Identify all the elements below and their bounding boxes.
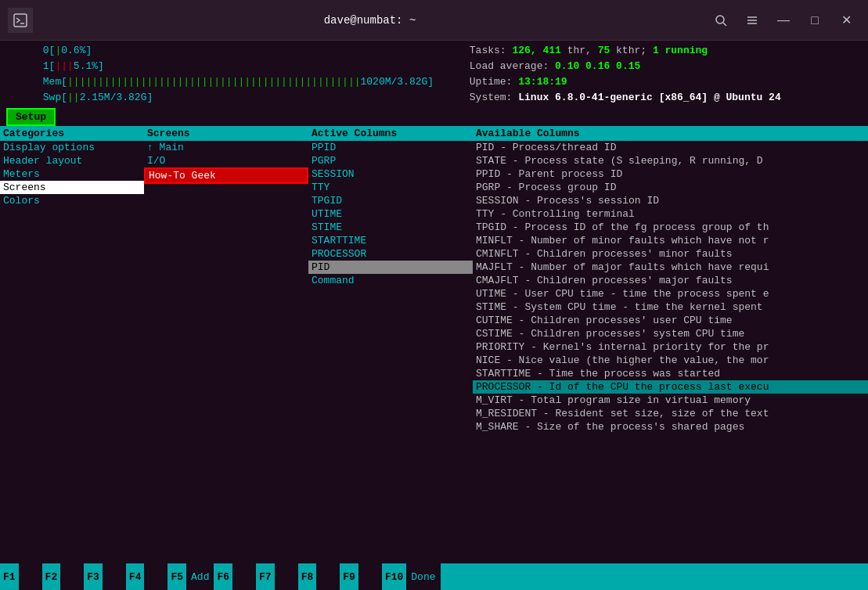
f9-num: F9 — [340, 563, 358, 590]
close-button[interactable]: ✕ — [832, 6, 860, 34]
svg-point-2 — [716, 16, 724, 23]
categories-header: Categories — [0, 126, 144, 141]
f6-num: F6 — [214, 563, 232, 590]
available-columns-panel: Available Columns PID - Process/thread I… — [473, 126, 868, 563]
category-display-options[interactable]: Display options — [0, 141, 144, 154]
active-columns-panel: Active Columns PPID PGRP SESSION TTY TPG… — [308, 126, 473, 563]
f10-num: F10 — [382, 563, 406, 590]
maximize-button[interactable]: □ — [801, 6, 829, 34]
active-col-tpgid[interactable]: TPGID — [308, 194, 473, 207]
f1-num: F1 — [0, 563, 19, 590]
stats-area: 0[|0.6%] Tasks: 126, 411 thr, 75 kthr; 1… — [0, 41, 868, 105]
f3-num: F3 — [84, 563, 103, 590]
fkey-f10[interactable]: F10 Done — [382, 563, 441, 590]
available-columns-header: Available Columns — [473, 126, 868, 141]
avail-starttime[interactable]: STARTTIME - Time the process was started — [473, 367, 868, 380]
f3-label — [103, 563, 126, 590]
screen-main[interactable]: ↑ Main — [144, 141, 308, 154]
avail-tpgid[interactable]: TPGID - Process ID of the fg process gro… — [473, 221, 868, 234]
f1-label — [19, 563, 42, 590]
f10-label: Done — [406, 563, 440, 590]
avail-mshare[interactable]: M_SHARE - Size of the process's shared p… — [473, 420, 868, 434]
fkey-f5[interactable]: F5 Add — [167, 563, 214, 590]
categories-panel: Categories Display options Header layout… — [0, 126, 144, 563]
f2-label — [60, 563, 84, 590]
active-col-session[interactable]: SESSION — [308, 167, 473, 181]
avail-pid[interactable]: PID - Process/thread ID — [473, 141, 868, 154]
search-button[interactable] — [707, 6, 735, 34]
system-stat: System: Linux 6.8.0-41-generic [x86_64] … — [433, 80, 862, 115]
category-screens[interactable]: Screens — [0, 181, 144, 194]
category-colors[interactable]: Colors — [0, 194, 144, 207]
fkey-f3[interactable]: F3 — [84, 563, 126, 590]
menu-button[interactable] — [738, 6, 766, 34]
avail-ppid[interactable]: PPID - Parent process ID — [473, 167, 868, 181]
footer: F1 F2 F3 F4 F5 Add F6 F7 F8 F9 F10 Done — [0, 563, 868, 590]
avail-utime[interactable]: UTIME - User CPU time - time the process… — [473, 287, 868, 300]
f4-num: F4 — [126, 563, 145, 590]
avail-cminflt[interactable]: CMINFLT - Children processes' minor faul… — [473, 247, 868, 261]
setup-tab[interactable]: Setup — [6, 108, 56, 126]
avail-majflt[interactable]: MAJFLT - Number of major faults which ha… — [473, 261, 868, 274]
avail-cstime[interactable]: CSTIME - Children processes' system CPU … — [473, 327, 868, 340]
window-title: dave@numbat: ~ — [324, 14, 416, 27]
avail-pgrp[interactable]: PGRP - Process group ID — [473, 181, 868, 194]
minimize-button[interactable]: — — [769, 6, 798, 34]
f7-num: F7 — [256, 563, 275, 590]
active-col-stime[interactable]: STIME — [308, 221, 473, 234]
active-columns-header: Active Columns — [308, 126, 473, 141]
avail-processor[interactable]: PROCESSOR - Id of the CPU the process la… — [473, 380, 868, 394]
stats-row-4: Swp[||2.15M/3.82G] System: Linux 6.8.0-4… — [6, 89, 862, 105]
active-col-starttime[interactable]: STARTTIME — [308, 234, 473, 247]
avail-cutime[interactable]: CUTIME - Children processes' user CPU ti… — [473, 314, 868, 327]
f7-label — [275, 563, 298, 590]
category-meters[interactable]: Meters — [0, 167, 144, 181]
swp-stat: Swp[||2.15M/3.82G] — [6, 80, 433, 115]
active-col-ppid[interactable]: PPID — [308, 141, 473, 154]
titlebar-controls: — □ ✕ — [707, 6, 860, 34]
f5-num: F5 — [167, 563, 186, 590]
screens-header: Screens — [144, 126, 308, 141]
fkey-f7[interactable]: F7 — [256, 563, 298, 590]
avail-nice[interactable]: NICE - Nice value (the higher the value,… — [473, 354, 868, 367]
f4-label — [144, 563, 167, 590]
avail-stime[interactable]: STIME - System CPU time - time the kerne… — [473, 300, 868, 314]
active-col-tty[interactable]: TTY — [308, 181, 473, 194]
f8-label — [316, 563, 340, 590]
avail-mresident[interactable]: M_RESIDENT - Resident set size, size of … — [473, 407, 868, 420]
avail-mvirt[interactable]: M_VIRT - Total program size in virtual m… — [473, 394, 868, 407]
avail-session[interactable]: SESSION - Process's session ID — [473, 194, 868, 207]
f5-label: Add — [186, 563, 214, 590]
active-col-pid[interactable]: PID — [308, 261, 473, 274]
active-col-command[interactable]: Command — [308, 274, 473, 287]
main-panels: Categories Display options Header layout… — [0, 126, 868, 563]
screen-io[interactable]: I/O — [144, 154, 308, 167]
category-header-layout[interactable]: Header layout — [0, 154, 144, 167]
f2-num: F2 — [42, 563, 61, 590]
f8-num: F8 — [298, 563, 317, 590]
titlebar-left — [8, 8, 33, 33]
avail-tty[interactable]: TTY - Controlling terminal — [473, 207, 868, 221]
svg-line-3 — [723, 23, 726, 26]
terminal-icon-button[interactable] — [8, 8, 33, 33]
active-col-utime[interactable]: UTIME — [308, 207, 473, 221]
active-col-pgrp[interactable]: PGRP — [308, 154, 473, 167]
fkey-f2[interactable]: F2 — [42, 563, 85, 590]
fkey-f8[interactable]: F8 — [298, 563, 340, 590]
avail-cmajflt[interactable]: CMAJFLT - Children processes' major faul… — [473, 274, 868, 287]
screen-howto-geek[interactable]: How-To Geek — [144, 167, 308, 184]
fkey-f4[interactable]: F4 — [126, 563, 168, 590]
active-col-processor[interactable]: PROCESSOR — [308, 247, 473, 261]
f6-label — [232, 563, 256, 590]
fkey-f9[interactable]: F9 — [340, 563, 382, 590]
avail-minflt[interactable]: MINFLT - Number of minor faults which ha… — [473, 234, 868, 247]
avail-state[interactable]: STATE - Process state (S sleeping, R run… — [473, 154, 868, 167]
fkey-f6[interactable]: F6 — [214, 563, 256, 590]
screens-panel: Screens ↑ Main I/O How-To Geek — [144, 126, 308, 563]
f9-label — [358, 563, 382, 590]
fkey-f1[interactable]: F1 — [0, 563, 42, 590]
avail-priority[interactable]: PRIORITY - Kernel's internal priority fo… — [473, 340, 868, 354]
